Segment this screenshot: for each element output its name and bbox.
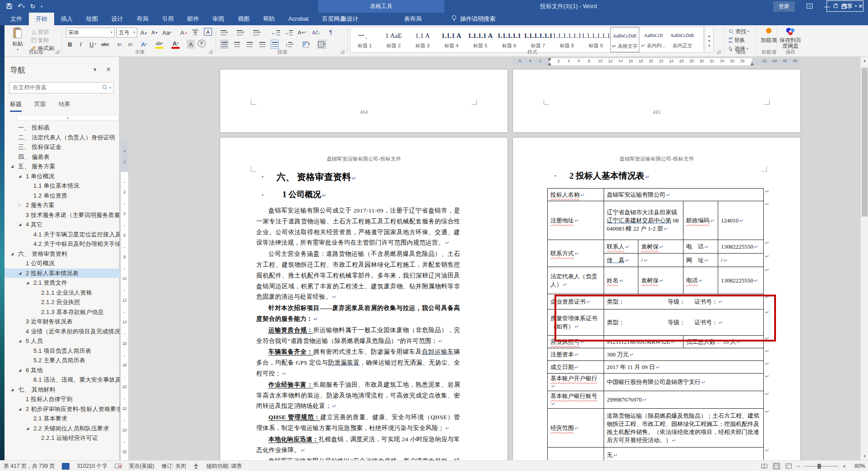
nav-item[interactable]: 6.1 违法、违规、重大安全事故及其他...	[5, 375, 120, 385]
scroll-down-arrow-icon[interactable]: ▼	[861, 454, 868, 458]
nav-item[interactable]: ◢4 其它	[5, 220, 120, 230]
nav-item[interactable]: 1.1 单位基本情况	[5, 181, 120, 191]
expand-closed-icon[interactable]: ▷	[18, 200, 21, 210]
table-row-label[interactable]: 注册资本↵	[548, 348, 604, 361]
tab-引用[interactable]: 引用	[155, 13, 180, 25]
sort-button[interactable]: AZ↓	[312, 28, 320, 37]
nav-item[interactable]: ◢五、 服务方案	[5, 162, 120, 171]
tab-绘图[interactable]: 绘图	[79, 13, 105, 25]
table-cell[interactable]: 无↵	[604, 448, 764, 461]
search-input[interactable]: 在文档中搜索 ▾	[9, 82, 114, 93]
language-indicator[interactable]: 英语(美国)	[129, 462, 154, 470]
scrollbar-thumb[interactable]	[862, 68, 868, 217]
superscript-button[interactable]: x2	[126, 40, 134, 49]
clear-formatting-button[interactable]: A	[180, 28, 188, 37]
ime-indicator-badge[interactable]	[62, 463, 69, 470]
bullets-button[interactable]: ▾	[220, 28, 228, 37]
nav-item[interactable]: 2.1.2 营业执照	[5, 297, 120, 307]
page-415[interactable]: 盘锦军安运输有限公司-投标文件 · 2 投标人基本情况表↵ 投标人名称↵盘锦军安…	[513, 138, 800, 460]
customize-qat-button[interactable]: ▾	[41, 5, 42, 9]
page-413-bottom[interactable]: 414	[220, 69, 508, 132]
nav-item[interactable]: 3 近年财务状况表	[5, 317, 120, 327]
table-row-label[interactable]: 经营范围↵	[548, 409, 604, 448]
table-cell[interactable]: 邮政编码↵	[683, 201, 718, 240]
table-row-label[interactable]: 注册地址↵	[548, 201, 604, 240]
table-cell[interactable]: 300 万元↵	[604, 348, 764, 361]
table-row-label[interactable]: 投标人名称↵	[548, 189, 604, 201]
style-item-标题1[interactable]: 一、标题 1	[351, 27, 379, 52]
save-to-baidu-button[interactable]: 保存到百度网盘	[779, 27, 802, 49]
nav-item[interactable]: 三、 投标保证金	[5, 142, 120, 152]
hanging-indent-marker[interactable]	[548, 62, 551, 65]
highlight-button[interactable]: ab▾	[155, 40, 163, 49]
cut-button[interactable]: 剪切	[30, 28, 50, 37]
table-cell[interactable]: 传 真↵	[604, 254, 638, 267]
nav-item[interactable]: 4 业绩（近年承担的项目及完成情况）	[5, 327, 120, 337]
paragraph-dialog-launcher[interactable]	[340, 50, 344, 54]
context-tab-表设计[interactable]: 表设计	[334, 13, 365, 25]
tab-开始[interactable]: 开始	[29, 13, 54, 25]
nav-item[interactable]: 2.1.1 企业法人资格	[5, 288, 120, 298]
table-row-label[interactable]: 投标人关联企业情况（包括但不限于与投标人法定代表人（负责人）为同一人或者存在控股…	[548, 448, 604, 461]
expand-open-icon[interactable]: ◢	[18, 220, 21, 230]
zoom-percent[interactable]: 80%	[850, 463, 865, 469]
table-cell[interactable]: 袁树保↵	[638, 267, 683, 294]
text-effects-button[interactable]: A▾	[140, 40, 148, 49]
table-cell[interactable]: 道路货物运输（除易燃易爆及危险品）；土石方工程、建筑物拆迁工程、市政工程、园林绿…	[604, 409, 764, 448]
asian-layout-button[interactable]: A✦▾	[298, 28, 306, 37]
search-options-caret[interactable]: ▾	[109, 86, 113, 90]
nav-item[interactable]: 一、 投标函	[5, 123, 120, 133]
table-cell[interactable]: 299987676970↵	[604, 391, 764, 409]
tab-视图[interactable]: 视图	[231, 13, 256, 25]
numbering-button[interactable]: ▾	[236, 28, 245, 37]
tab-设计[interactable]: 设计	[105, 13, 130, 25]
sign-in-button[interactable]: 登录	[773, 1, 795, 12]
context-tab-表布局[interactable]: 表布局	[397, 13, 429, 25]
zoom-out-button[interactable]: −	[797, 463, 800, 470]
nav-item[interactable]: 5.1 项目负责人简历表	[5, 346, 120, 356]
table-row-label[interactable]: 基本账户银行账号↵	[548, 391, 604, 409]
line-spacing-button[interactable]: ↕▾	[285, 40, 293, 49]
copy-button[interactable]: 复制	[30, 36, 50, 45]
tab-审阅[interactable]: 审阅	[206, 13, 231, 25]
table-cell[interactable]: 电话↵	[683, 267, 718, 294]
right-indent-marker[interactable]	[750, 62, 754, 65]
table-cell[interactable]: 中国银行股份有限公司盘锦唐宁支行↵	[604, 374, 764, 391]
styles-more-button[interactable]: ▴▾▾	[705, 27, 714, 53]
page-414[interactable]: 盘锦军安运输有限公司-投标文件 · 六、 资格审查资料↵ · 1 公司概况↵ 盘…	[220, 138, 508, 460]
nav-item[interactable]: 2.1 基本要求	[5, 414, 120, 424]
nav-item[interactable]: ◢2.1 资质文件	[5, 278, 120, 288]
redo-button[interactable]: ↻	[30, 3, 36, 9]
read-mode-view-button[interactable]	[760, 462, 768, 470]
nav-item[interactable]: ◢5 人员	[5, 336, 120, 346]
nav-tab-结果[interactable]: 结果	[59, 100, 70, 112]
page-body-text[interactable]: 盘锦军安运输有限公司成立于 2017-11-09，注册于辽宁省盘锦市，是一家专注…	[256, 205, 460, 460]
clipboard-dialog-launcher[interactable]	[55, 50, 59, 54]
style-item-↵表格文字[interactable]: AaBbCcDdE↵ 表格文字	[610, 27, 639, 52]
italic-button[interactable]: I	[77, 40, 85, 49]
grow-font-button[interactable]: A▲	[140, 28, 148, 37]
phonetic-guide-button[interactable]: wén文	[191, 27, 199, 36]
table-cell[interactable]: /↵	[718, 254, 764, 267]
ribbon-display-options-button[interactable]	[807, 3, 813, 10]
nav-item[interactable]: ◢2 初步评审响应资料-投标人资格要求响应	[5, 404, 120, 414]
page-indicator[interactable]: 第 417 页，共 739 页	[4, 462, 55, 470]
align-center-button[interactable]	[233, 40, 241, 49]
nav-item[interactable]: ◢2.2 关键岗位人员和队伍要求	[5, 424, 120, 434]
chevron-down-icon[interactable]: ▼	[92, 67, 97, 72]
increase-indent-button[interactable]: →	[283, 28, 293, 37]
table-cell[interactable]: 姓名↵	[604, 267, 638, 294]
zoom-slider[interactable]	[804, 463, 838, 469]
nav-item[interactable]: 4.1 关于车辆卫星定位监控接入及项目...	[5, 230, 120, 240]
font-dialog-launcher[interactable]	[208, 50, 212, 54]
tab-Acrobat[interactable]: Acrobat	[282, 13, 315, 25]
expand-open-icon[interactable]: ◢	[18, 404, 21, 414]
justify-button[interactable]	[258, 40, 266, 49]
font-color-button[interactable]: A▾	[171, 40, 180, 49]
character-shading-button[interactable]: A	[187, 40, 195, 49]
table-row-label[interactable]: 联系方式↵	[548, 240, 604, 267]
nav-item[interactable]: 4.2 关于中标后及时办理相关手续的承...	[5, 239, 120, 249]
nav-item[interactable]: ◢2 投标人基本情况表	[5, 268, 120, 278]
first-line-indent-marker[interactable]	[548, 58, 551, 61]
replace-button[interactable]: abac 替换	[727, 36, 746, 45]
